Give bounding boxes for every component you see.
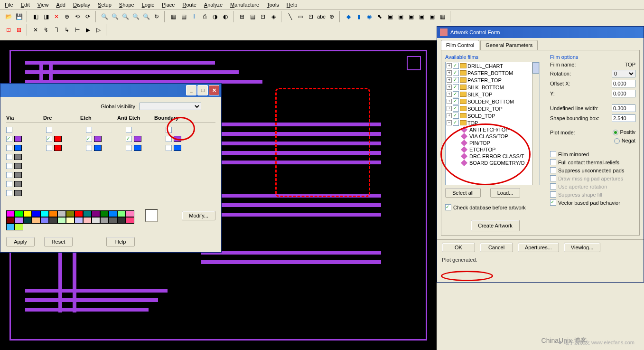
rect-icon[interactable]: ▭ [296,12,305,21]
palette-color[interactable] [66,210,75,217]
palette-color[interactable] [40,217,49,224]
palette-color[interactable] [92,210,100,217]
palette-color[interactable] [75,210,83,217]
route-icon[interactable]: ↳ [62,25,72,35]
expand-icon[interactable]: + [447,70,452,76]
palette-color[interactable] [66,217,75,224]
vis-checkbox[interactable] [86,145,92,151]
zoom-icon[interactable]: 🔍 [110,12,120,21]
cancel-button[interactable]: Cancel [480,243,513,252]
route-icon[interactable]: ⊢ [73,25,82,35]
vis-checkbox[interactable] [126,145,132,151]
maximize-button[interactable]: □ [197,85,208,95]
tool-icon[interactable]: ⊡ [258,12,268,21]
vis-checkbox[interactable] [6,190,12,196]
color-swatch[interactable] [14,181,22,187]
close-button[interactable]: ✕ [209,85,219,95]
expand-icon[interactable]: + [447,63,452,68]
menu-route[interactable]: Route [179,1,199,9]
palette-color[interactable] [6,217,15,224]
palette-color[interactable] [117,210,126,217]
menu-help[interactable]: Help [284,1,300,9]
text-icon[interactable]: abc [317,12,326,21]
color-swatch[interactable] [14,145,22,151]
tool-icon[interactable]: ⟲ [73,12,82,21]
plot-positive-radio[interactable] [613,130,618,135]
load-button[interactable]: Load... [490,188,521,198]
expand-icon[interactable]: − [447,120,452,125]
menu-analyze[interactable]: Analyze [201,1,225,9]
expand-icon[interactable]: + [447,99,452,104]
vis-checkbox[interactable] [6,181,12,187]
color-swatch[interactable] [54,145,62,151]
layer-icon[interactable]: ▤ [179,12,188,21]
palette-color[interactable] [40,210,49,217]
menu-edit[interactable]: Edit [18,1,33,9]
minimize-button[interactable]: _ [186,85,196,95]
artwork-titlebar[interactable]: Artwork Control Form [437,27,644,38]
film-checkbox[interactable] [453,113,459,119]
palette-color[interactable] [15,217,23,224]
tab-film-control[interactable]: Film Control [441,40,479,50]
tool-icon[interactable]: ◉ [364,12,374,21]
current-color-swatch[interactable] [145,209,159,222]
rotation-select[interactable]: 0 [612,70,635,77]
menu-tools[interactable]: Tools [264,1,282,9]
shape-bbox-input[interactable] [612,114,635,122]
color-icon[interactable]: ▦ [168,12,178,21]
palette-color[interactable] [32,210,40,217]
menu-manufacture[interactable]: Manufacture [227,1,262,9]
palette-color[interactable] [32,217,40,224]
film-item[interactable]: +DRILL_CHART [446,62,540,69]
vis-checkbox[interactable] [86,136,92,142]
tool-icon[interactable]: ◑ [210,12,220,21]
palette-color[interactable] [57,217,66,224]
film-checkbox[interactable] [453,91,459,97]
line-icon[interactable]: ╲ [285,12,295,21]
color-palette[interactable] [6,210,141,230]
tool-icon[interactable]: ⊞ [14,25,24,35]
vis-checkbox[interactable] [6,127,12,133]
tool-icon[interactable]: ▣ [396,12,405,21]
vis-checkbox[interactable] [6,172,12,178]
tool-icon[interactable]: ◨ [41,12,51,21]
tool-icon[interactable]: ⊡ [306,12,316,21]
route-icon[interactable]: ⅂ [52,25,61,35]
vis-checkbox[interactable] [46,127,52,133]
palette-color[interactable] [23,210,32,217]
tool-icon[interactable]: ⊡ [4,25,13,35]
reset-button[interactable]: Reset [44,237,73,246]
thermal-relief-checkbox[interactable] [550,159,556,165]
color-swatch[interactable] [94,136,102,142]
menu-display[interactable]: Display [70,1,93,9]
color-swatch[interactable] [14,154,22,160]
global-vis-select[interactable] [140,103,201,110]
film-item[interactable]: +SOLDER_TOP [446,105,540,112]
color-swatch[interactable] [54,136,62,142]
film-item[interactable]: +SOLDER_BOTTOM [446,98,540,105]
vis-checkbox[interactable] [6,145,12,151]
tool-icon[interactable]: ◧ [31,12,40,21]
color-swatch[interactable] [174,145,181,151]
color-swatch[interactable] [14,136,22,142]
menu-add[interactable]: Add [53,1,68,9]
palette-color[interactable] [100,217,109,224]
palette-color[interactable] [6,224,15,230]
undef-line-width-input[interactable] [612,104,635,112]
film-checkbox[interactable] [453,98,459,104]
tool-icon[interactable]: ◈ [269,12,278,21]
menu-logic[interactable]: Logic [139,1,157,9]
tool-icon[interactable]: ▣ [427,12,437,21]
palette-color[interactable] [49,210,57,217]
save-icon[interactable]: 💾 [14,12,24,21]
offset-x-input[interactable] [612,80,635,87]
menu-place[interactable]: Place [159,1,178,9]
palette-color[interactable] [126,217,134,224]
titlebar[interactable]: _ □ ✕ [0,84,221,97]
offset-y-input[interactable] [612,90,635,97]
color-swatch[interactable] [14,172,22,178]
tool-icon[interactable]: ⊕ [62,12,72,21]
film-checkbox[interactable] [453,63,459,69]
film-item[interactable]: +SOLD_TOP [446,112,540,119]
tab-general-parameters[interactable]: General Parameters [480,40,538,50]
